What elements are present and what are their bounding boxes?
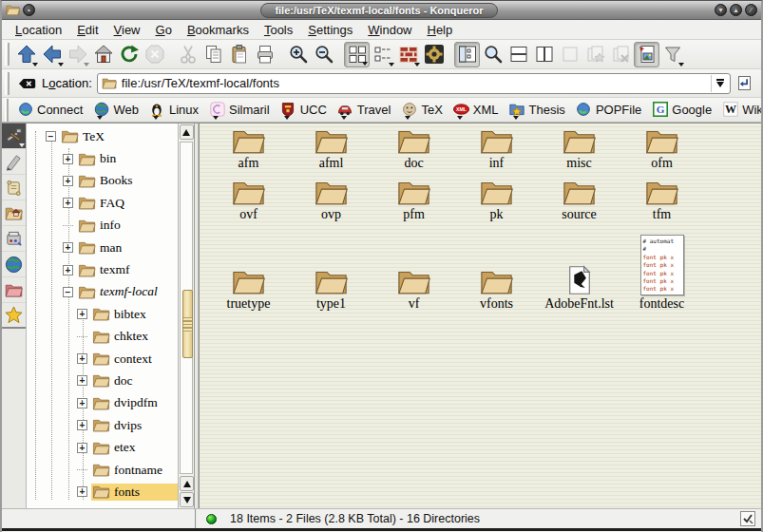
expand-expander-icon[interactable]: + — [63, 154, 73, 164]
toolbar-handle[interactable] — [5, 72, 10, 95]
tree-item-fontname[interactable]: fontname — [27, 459, 178, 481]
bookmark-connect[interactable]: Connect — [12, 101, 88, 120]
scroll-up-button[interactable] — [180, 476, 194, 491]
expand-expander-icon[interactable]: + — [77, 486, 87, 497]
sidebar-configure-button[interactable] — [2, 124, 26, 149]
zoom-in-button[interactable] — [285, 42, 311, 67]
menu-location[interactable]: Location — [8, 21, 69, 39]
file-item-misc[interactable]: misc — [538, 124, 620, 175]
tree-item-context[interactable]: +context — [27, 348, 178, 370]
file-item-ovf[interactable]: ovf — [207, 175, 290, 226]
bookmark-web[interactable]: Web — [88, 101, 144, 120]
paste-button[interactable] — [226, 42, 252, 67]
gear-button[interactable] — [421, 42, 447, 67]
tree-item-chktex[interactable]: chktex — [27, 326, 178, 348]
home-button[interactable] — [90, 42, 116, 67]
sidebar-services-button[interactable] — [2, 226, 26, 252]
menu-settings[interactable]: Settings — [300, 21, 360, 39]
menu-edit[interactable]: Edit — [69, 21, 105, 39]
file-item-inf[interactable]: inf — [455, 124, 538, 175]
expand-expander-icon[interactable]: + — [77, 353, 87, 364]
sticky-button[interactable]: • — [23, 4, 35, 16]
expand-expander-icon[interactable]: + — [77, 443, 87, 453]
menu-go[interactable]: Go — [148, 21, 180, 39]
file-item-vf[interactable]: vf — [372, 228, 455, 312]
stop-button[interactable] — [142, 42, 167, 67]
thumbnails-button[interactable] — [634, 42, 659, 67]
close-button[interactable]: ⁄ — [745, 4, 757, 16]
up-button[interactable] — [13, 42, 39, 67]
zoom-out-button[interactable] — [311, 42, 336, 67]
sidebar-bookmarks-button[interactable] — [2, 303, 26, 329]
bookmark-linux[interactable]: Linux — [144, 101, 204, 120]
location-dropdown-button[interactable] — [711, 75, 728, 92]
location-input[interactable]: file:/usr/TeX/texmf-local/fonts — [97, 73, 731, 94]
menu-window[interactable]: Window — [360, 21, 419, 39]
tree-scrollbar[interactable] — [178, 124, 194, 508]
scrollbar-thumb[interactable] — [182, 290, 193, 358]
tree-item-fonts[interactable]: +fonts — [27, 481, 178, 503]
file-item-ofm[interactable]: ofm — [620, 124, 703, 175]
expand-expander-icon[interactable]: + — [77, 375, 87, 386]
expand-expander-icon[interactable]: + — [63, 198, 73, 208]
file-item-adobefnt[interactable]: AdobeFnt.lst — [538, 228, 620, 312]
close-tab-button[interactable] — [608, 42, 634, 67]
filter-button[interactable] — [659, 42, 685, 67]
toolbar-handle[interactable] — [5, 99, 9, 122]
file-item-truetype[interactable]: truetype — [207, 228, 290, 312]
tree-item-etex[interactable]: +etex — [27, 436, 178, 458]
collapse-expander-icon[interactable]: − — [63, 287, 73, 297]
tree-item-tex[interactable]: −TeX — [27, 125, 178, 147]
bookmark-ucc[interactable]: UCC — [276, 101, 333, 120]
bookmark-wikipedia[interactable]: WWikipedia — [717, 101, 763, 120]
expand-expander-icon[interactable]: + — [77, 309, 87, 319]
file-item-fontdesc[interactable]: # automat # font pk x font pk x font pk … — [620, 228, 703, 312]
tree-item-faq[interactable]: +FAQ — [27, 192, 178, 214]
clear-location-icon[interactable] — [18, 74, 37, 93]
forward-button[interactable] — [65, 42, 90, 67]
scroll-up-button[interactable] — [180, 124, 194, 140]
split-top-bottom-button[interactable] — [505, 42, 531, 67]
expand-expander-icon[interactable]: + — [63, 265, 73, 276]
expand-expander-icon[interactable]: + — [63, 242, 73, 253]
bookmark-thesis[interactable]: Thesis — [505, 101, 571, 120]
sidebar-home-button[interactable] — [2, 200, 26, 226]
file-item-doc[interactable]: doc — [372, 124, 455, 175]
file-item-pfm[interactable]: pfm — [372, 175, 455, 226]
sidebar-network-button[interactable] — [2, 252, 26, 277]
html-settings-icon[interactable] — [740, 511, 755, 526]
split-left-right-button[interactable] — [531, 42, 557, 67]
back-button[interactable] — [39, 42, 65, 67]
cut-button[interactable] — [175, 42, 200, 67]
toolbar-handle[interactable] — [5, 43, 10, 66]
tree-item-dvipdfm[interactable]: +dvipdfm — [27, 392, 178, 414]
scrollbar-track[interactable] — [180, 142, 193, 474]
tree-item-info[interactable]: info — [27, 215, 178, 237]
sidebar-root-folder-button[interactable] — [2, 277, 26, 303]
tree-item-man[interactable]: +man — [27, 237, 178, 258]
file-item-afml[interactable]: afml — [290, 124, 372, 175]
expand-expander-icon[interactable]: + — [77, 420, 87, 430]
file-item-source[interactable]: source — [538, 175, 620, 226]
minimize-button[interactable]: ▾ — [715, 4, 727, 16]
bookmark-tex[interactable]: TeX — [396, 101, 448, 120]
tree-item-dvips[interactable]: +dvips — [27, 414, 178, 436]
scroll-down-button[interactable] — [180, 492, 194, 507]
menu-bookmarks[interactable]: Bookmarks — [180, 21, 257, 39]
new-tab-button[interactable] — [582, 42, 608, 67]
bricks-button[interactable] — [395, 42, 421, 67]
bookmark-popfile[interactable]: POPFile — [571, 101, 647, 120]
go-button[interactable] — [735, 74, 753, 92]
collapse-expander-icon[interactable]: − — [46, 131, 56, 142]
menu-tools[interactable]: Tools — [257, 21, 300, 39]
bookmark-xml[interactable]: XMLXML — [448, 101, 505, 120]
tree-item-books[interactable]: +Books — [27, 170, 178, 192]
print-button[interactable] — [252, 42, 277, 67]
file-item-vfonts[interactable]: vfonts — [455, 228, 538, 312]
sidebar-pen-button[interactable] — [2, 149, 26, 175]
icon-view-button[interactable] — [344, 42, 370, 67]
show-sidebar-button[interactable] — [454, 42, 480, 67]
bookmark-travel[interactable]: Travel — [333, 101, 397, 120]
reload-button[interactable] — [116, 42, 142, 67]
expand-expander-icon[interactable]: + — [63, 176, 73, 186]
